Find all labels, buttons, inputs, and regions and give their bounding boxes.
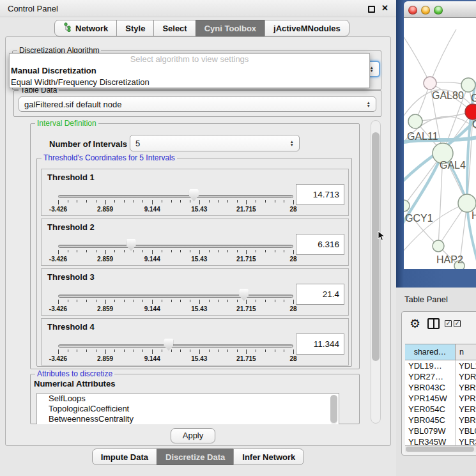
table-row[interactable]: YBR043CYBR0	[405, 382, 476, 393]
cell-shared-name[interactable]: YBL079W	[405, 426, 456, 436]
slider-track[interactable]	[58, 344, 293, 348]
tab-network[interactable]: Network	[54, 20, 117, 36]
tab-label: Cyni Toolbox	[204, 24, 256, 33]
node-gal11[interactable]	[408, 114, 422, 128]
cell-shared-name[interactable]: YDR27…	[405, 371, 456, 382]
slider-thumb[interactable]	[127, 239, 136, 251]
cell-name[interactable]: YBR0	[456, 415, 476, 426]
cell-name[interactable]: YDL1	[456, 360, 476, 371]
table-row[interactable]: YBL079WYBL0	[405, 426, 476, 436]
tab-label: Discretize Data	[165, 452, 225, 462]
slider-tick	[190, 349, 190, 352]
list-item-selfloops[interactable]: SelfLoops	[37, 394, 339, 404]
column-header-name[interactable]: n	[456, 344, 476, 360]
network-window-titlebar[interactable]	[404, 1, 476, 18]
numerical-attributes-list[interactable]: SelfLoopsTopologicalCoefficientBetweenne…	[36, 393, 339, 424]
apply-button[interactable]: Apply	[171, 428, 215, 443]
cell-name[interactable]: YPR1	[456, 393, 476, 404]
tab-cyni-toolbox[interactable]: Cyni Toolbox	[196, 20, 265, 36]
tab-infer-network[interactable]: Infer Network	[233, 449, 304, 465]
panel-scrollbar[interactable]	[371, 120, 381, 424]
checkbox-icon[interactable]: ✓	[445, 320, 452, 327]
cell-shared-name[interactable]: YDL19…	[405, 360, 456, 371]
zoom-traffic-light-icon[interactable]	[434, 6, 443, 15]
float-window-icon[interactable]	[368, 6, 375, 13]
table-data-combobox[interactable]: galFiltered.sif default node ▲▼	[19, 96, 376, 112]
cell-name[interactable]: YLR3	[456, 436, 476, 445]
tab-jactivemnodules[interactable]: jActiveMNodules	[265, 20, 349, 36]
tick-label: -3.426	[49, 206, 67, 213]
slider-track[interactable]	[58, 245, 293, 248]
checkbox-icon[interactable]: ✓	[454, 320, 461, 327]
close-traffic-light-icon[interactable]	[408, 6, 417, 15]
table-row[interactable]: YLR345WYLR3	[405, 436, 476, 445]
slider-tick	[142, 250, 143, 252]
node-label-gal80: GAL80	[432, 90, 464, 101]
cell-name[interactable]: YBL0	[456, 426, 476, 436]
list-scrollbar[interactable]	[330, 395, 337, 424]
right-side: GAL80GCGAL11GAL4GCY1HHAP2 Table Panel ⚙ …	[396, 0, 476, 476]
tab-style[interactable]: Style	[116, 20, 154, 36]
cell-shared-name[interactable]: YBR045C	[405, 415, 456, 426]
gear-icon[interactable]: ⚙	[410, 316, 420, 331]
slider-thumb[interactable]	[239, 289, 249, 301]
cell-name[interactable]: YER0	[456, 404, 476, 415]
tick-label: 28	[289, 206, 296, 213]
threshold-panel-2: Threshold 2-3.4262.8599.14415.4321.71528…	[41, 219, 349, 266]
slider-tick	[152, 250, 153, 254]
dropdown-item-equal-width-frequency-discretization[interactable]: Equal Width/Frequency Discretization	[10, 77, 369, 88]
table-rows: YDL19…YDL1YDR27…YDR2YBR043CYBR0YPR145WYP…	[405, 360, 476, 445]
cell-name[interactable]: YBR0	[456, 382, 476, 393]
cell-shared-name[interactable]: YLR345W	[405, 436, 456, 445]
slider-tick	[227, 200, 228, 203]
slider-tick	[284, 250, 284, 252]
slider-tick	[142, 300, 143, 302]
table-row[interactable]: YDL19…YDL1	[405, 360, 476, 371]
columns-icon[interactable]	[427, 318, 440, 329]
minimize-traffic-light-icon[interactable]	[421, 6, 430, 15]
slider-tick	[105, 200, 106, 204]
column-header-shared[interactable]: shared…	[405, 344, 456, 360]
cell-shared-name[interactable]: YBR043C	[405, 382, 456, 393]
threshold-value-field[interactable]: 14.713	[296, 184, 344, 205]
table-row[interactable]: YER054CYER0	[405, 404, 476, 415]
slider-track[interactable]	[58, 195, 293, 198]
threshold-value-field[interactable]: 11.344	[296, 334, 344, 355]
cell-name[interactable]: YDR2	[456, 371, 476, 382]
number-of-intervals-combobox[interactable]: 5 ▲▼	[130, 135, 300, 151]
list-item-betweennesscentrality[interactable]: BetweennessCentrality	[37, 414, 339, 424]
table-row[interactable]: YDR27…YDR2	[405, 371, 476, 382]
slider-thumb[interactable]	[189, 189, 199, 201]
slider-thumb[interactable]	[164, 339, 173, 351]
close-icon[interactable]: ✕	[381, 3, 388, 13]
network-canvas[interactable]: GAL80GCGAL11GAL4GCY1HHAP2	[404, 18, 476, 269]
dropdown-item-manual-discretization[interactable]: Manual Discretization	[10, 65, 369, 77]
tab-impute-data[interactable]: Impute Data	[92, 449, 157, 465]
slider-tick	[227, 250, 228, 252]
node-gal80[interactable]	[424, 77, 436, 89]
control-panel: Control Panel ✕ NetworkStyleSelectCyni T…	[0, 0, 396, 476]
node-h[interactable]	[458, 194, 476, 212]
tab-select[interactable]: Select	[153, 20, 196, 36]
cell-shared-name[interactable]: YPR145W	[405, 393, 456, 404]
table-row[interactable]: YBR045CYBR0	[405, 415, 476, 426]
slider-tick	[77, 200, 77, 203]
table-horizontal-scrollbar[interactable]	[405, 445, 476, 452]
threshold-value-field[interactable]: 21.4	[296, 284, 344, 305]
tab-discretize-data[interactable]: Discretize Data	[157, 449, 234, 465]
slider-track[interactable]	[58, 295, 293, 298]
cell-shared-name[interactable]: YER054C	[405, 404, 456, 415]
node-hap2[interactable]	[433, 240, 444, 252]
list-item-topologicalcoefficient[interactable]: TopologicalCoefficient	[37, 404, 339, 414]
slider-tick	[114, 300, 115, 302]
threshold-value-field[interactable]: 6.316	[296, 234, 344, 255]
panel-title: Control Panel	[8, 4, 58, 13]
table-toolbar: ⚙ ✓ ✓	[402, 312, 476, 343]
table-row[interactable]: YPR145WYPR1	[405, 393, 476, 404]
node-gcy1[interactable]	[404, 200, 410, 211]
mouse-cursor	[378, 231, 387, 241]
tick-label: 2.859	[97, 256, 113, 263]
tab-label: jActiveMNodules	[273, 24, 341, 33]
node-selected-red[interactable]	[465, 104, 476, 119]
slider-tick	[218, 250, 219, 252]
